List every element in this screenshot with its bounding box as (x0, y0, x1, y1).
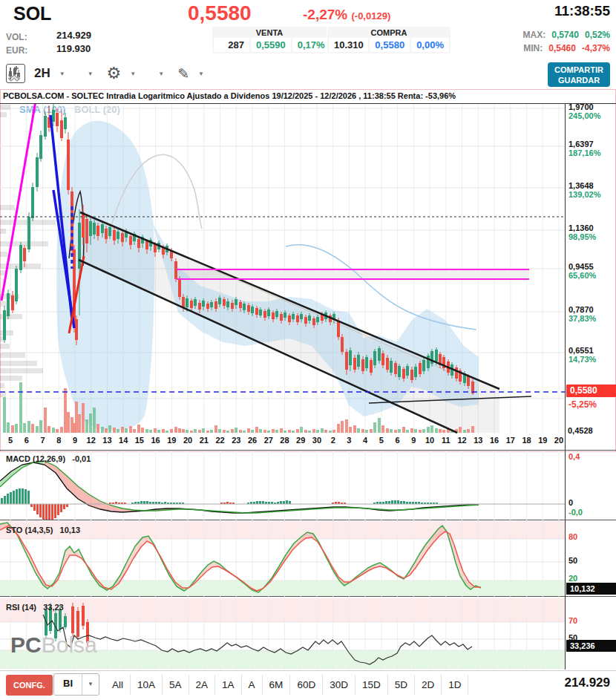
timeframe-caret-icon[interactable]: ▼ (59, 71, 65, 77)
x-axis-label: 5 (379, 436, 384, 445)
price-axis-value: 0,7870 (569, 305, 594, 314)
x-axis-label: 29 (296, 436, 305, 445)
compra-box: COMPRA 10.310 0,5580 0,00% (327, 27, 450, 53)
indicator-axis-label: 70 (569, 616, 577, 625)
range-button-6m[interactable]: 6M (263, 675, 291, 695)
range-button-5a[interactable]: 5A (163, 675, 189, 695)
chart-toolbar: 2H ▼ ▼ ⚙ ▼ ▼ ✎ ▼ (6, 64, 204, 83)
x-axis-label: 9 (73, 436, 77, 445)
x-axis-label: 28 (280, 436, 289, 445)
x-axis-label: 9 (411, 436, 416, 445)
range-button-30d[interactable]: 30D (323, 675, 355, 695)
x-axis-label: 16 (151, 436, 160, 445)
last-price-tag: 0,5580 (566, 385, 616, 397)
timeframe-selector[interactable]: 2H (34, 66, 50, 81)
x-axis-label: 18 (522, 436, 531, 445)
share-label: COMPARTIR (554, 65, 603, 74)
settings-caret-icon[interactable]: ▼ (130, 71, 136, 77)
price-chart-canvas[interactable] (0, 104, 566, 434)
sto-panel-label: STO (14,3,5) 10,13 (6, 526, 80, 534)
x-axis-label: 3 (347, 436, 351, 445)
rsi-panel-label: RSI (14) 33,23 (6, 603, 64, 612)
eur-label: EUR: (6, 45, 27, 56)
watermark-bolsa: Bolsa (42, 632, 97, 657)
chart-type-caret-icon[interactable]: ▼ (88, 71, 94, 77)
last-price: 0,5580 (188, 1, 252, 25)
range-button-2d[interactable]: 2D (415, 675, 442, 695)
indicator-axis-label: 0 (569, 498, 573, 507)
change-absolute: (-0,0129) (351, 10, 390, 22)
x-axis-label: 4 (363, 436, 367, 445)
price-axis-percent: 37,83% (569, 314, 596, 323)
x-axis-label: 21 (200, 436, 209, 445)
share-save-button[interactable]: COMPARTIR GUARDAR (548, 62, 610, 87)
last-price-percent: -5,25% (569, 399, 597, 410)
price-axis-percent: 98,95% (569, 232, 596, 241)
x-axis-label: 2 (331, 436, 335, 445)
range-button-60d[interactable]: 60D (290, 675, 323, 695)
symbol-ticker: SOL (13, 3, 51, 24)
range-button-15d[interactable]: 15D (355, 675, 388, 695)
draw-pencil-icon[interactable]: ✎ (177, 65, 189, 82)
pcbolsa-watermark: PCBolsa (10, 632, 97, 658)
rsi-current-value: 33,23 (43, 603, 64, 612)
price-axis-value: 0,6551 (569, 346, 594, 355)
max-value: 0,5740 (551, 30, 579, 40)
change-percent: -2,27% (303, 7, 347, 22)
venta-title: VENTA (214, 27, 325, 38)
indicator-axis-label: -0,0 (569, 508, 583, 517)
min-label: MIN: (523, 43, 543, 53)
price-axis-value: 1,6397 (569, 140, 594, 148)
x-axis-label: 19 (167, 436, 176, 445)
compra-title: COMPRA (329, 27, 449, 38)
indicator-axis-label: 80 (569, 532, 577, 541)
range-button-1d[interactable]: 1D (442, 675, 468, 695)
x-axis-label: 23 (232, 436, 240, 445)
price-axis-percent: 14,73% (569, 355, 596, 364)
indicator-axis-label: 0,4 (569, 452, 580, 461)
range-button-10a[interactable]: 10A (131, 675, 163, 695)
draw-caret-icon[interactable]: ▼ (198, 71, 204, 77)
min-value: 0,5460 (548, 43, 576, 53)
x-axis-label: 6 (396, 436, 400, 445)
range-button-2a[interactable]: 2A (189, 675, 216, 695)
price-axis-percent: 65,60% (569, 271, 596, 280)
divider (0, 103, 616, 104)
macd-current-value: -0,01 (72, 454, 91, 463)
x-axis-label: 19 (538, 436, 547, 445)
trading-app: SOL VOL: 214.929 EUR: 119.930 0,5580 -2,… (0, 0, 616, 700)
sto-params: STO (14,3,5) (6, 526, 53, 534)
venta-box: VENTA 287 0,5590 0,17% (212, 27, 327, 53)
x-axis-label: 20 (183, 436, 192, 445)
price-axis-value: 1,1360 (569, 223, 594, 232)
price-axis-percent: 187,16% (569, 148, 600, 157)
stochastic-panel-canvas[interactable] (0, 520, 566, 596)
clock: 11:38:55 (554, 3, 610, 19)
sto-current-value: 10,13 (60, 526, 81, 534)
add-indicator-caret-icon[interactable]: ▼ (158, 71, 164, 77)
vol-value: 214.929 (56, 30, 123, 41)
x-axis-label: 5 (8, 436, 13, 445)
mode-selector[interactable]: BI ▼ (53, 673, 99, 696)
settings-gear-icon[interactable]: ⚙ (107, 64, 122, 83)
range-button-all[interactable]: All (105, 675, 131, 695)
config-button[interactable]: CONFG. (6, 675, 53, 696)
x-axis-label: 8 (56, 436, 61, 445)
range-button-5d[interactable]: 5D (388, 675, 415, 695)
eur-row: EUR: 119.930 (6, 43, 27, 56)
range-button-a[interactable]: A (242, 675, 263, 695)
price-axis-percent: 139,02% (569, 190, 600, 199)
compra-price: 0,5580 (370, 38, 410, 52)
bottom-axis-value: 0,4528 (568, 426, 593, 435)
range-button-1a[interactable]: 1A (215, 675, 242, 695)
watermark-pc: PC (10, 632, 42, 657)
mode-caret-icon[interactable]: ▼ (82, 674, 99, 695)
price-axis-value: 1,3648 (569, 181, 594, 190)
x-axis-label: 30 (312, 436, 321, 445)
price-axis-percent: 245,00% (569, 111, 600, 120)
x-axis-label: 6 (24, 436, 29, 445)
x-axis-label: 20 (554, 436, 563, 445)
x-axis-label: 16 (490, 436, 499, 445)
min-pct: -4,37% (582, 43, 610, 53)
sto-value-box: 10,132 (566, 583, 616, 595)
